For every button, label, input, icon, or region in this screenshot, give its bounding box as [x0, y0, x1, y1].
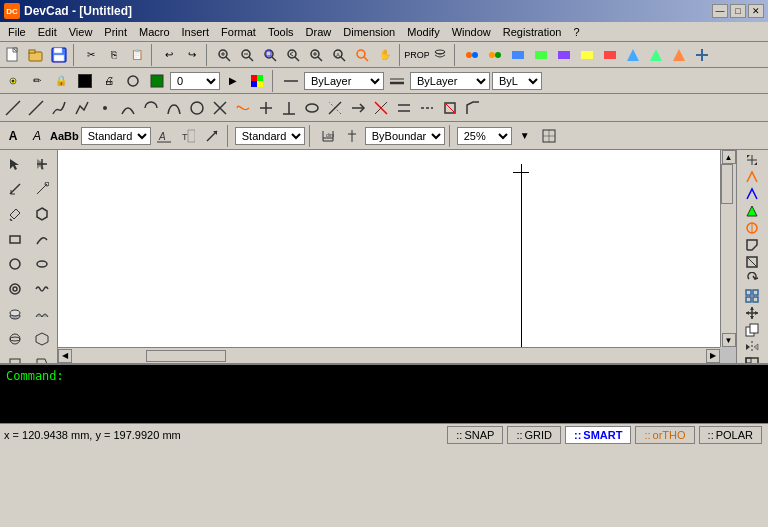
canvas-area[interactable]: ▲ ▼ ◀ ▶ — [58, 150, 736, 363]
menu-modify[interactable]: Modify — [401, 24, 445, 40]
redo-button[interactable]: ↪ — [181, 44, 203, 66]
arc-tool[interactable] — [117, 97, 139, 119]
zoom-out-button[interactable] — [236, 44, 258, 66]
current-color-btn[interactable] — [146, 70, 168, 92]
menu-macro[interactable]: Macro — [133, 24, 176, 40]
linetype-icon[interactable] — [280, 70, 302, 92]
line-tool[interactable] — [2, 97, 24, 119]
menu-tools[interactable]: Tools — [262, 24, 300, 40]
view-btn[interactable] — [538, 125, 560, 147]
rt-scale-btn[interactable] — [739, 356, 765, 363]
hexagon-tool[interactable] — [29, 202, 55, 226]
eyedrop-tool[interactable] — [2, 202, 28, 226]
cut-button[interactable]: ✂ — [80, 44, 102, 66]
text-style-select[interactable]: Standard — [81, 127, 151, 145]
rt-copy-btn[interactable] — [739, 322, 765, 338]
angle-tool[interactable] — [2, 177, 28, 201]
tb-btn-extra2[interactable] — [484, 44, 506, 66]
cut-line-tool[interactable] — [370, 97, 392, 119]
color-square-btn[interactable] — [246, 70, 268, 92]
pan-button[interactable]: ✋ — [374, 44, 396, 66]
zoom-extent-button[interactable] — [351, 44, 373, 66]
block-tool[interactable] — [29, 327, 55, 351]
dash-line-tool[interactable] — [416, 97, 438, 119]
ellipse2-tool[interactable] — [29, 252, 55, 276]
rt-btn-4[interactable] — [739, 203, 765, 219]
scroll-down-button[interactable]: ▼ — [722, 333, 736, 347]
scroll-up-button[interactable]: ▲ — [722, 150, 736, 164]
select-cross[interactable] — [29, 152, 55, 176]
vertical-scrollbar[interactable]: ▲ ▼ — [720, 150, 736, 347]
rt-btn-3[interactable] — [739, 186, 765, 202]
tb-btn-extra6[interactable] — [576, 44, 598, 66]
layer-visible-icon[interactable] — [2, 70, 24, 92]
menu-view[interactable]: View — [63, 24, 99, 40]
chamfer-tool[interactable] — [462, 97, 484, 119]
ortho-toggle[interactable]: :: orTHO — [635, 426, 694, 444]
menu-edit[interactable]: Edit — [32, 24, 63, 40]
tb-btn-extra10[interactable] — [668, 44, 690, 66]
menu-registration[interactable]: Registration — [497, 24, 568, 40]
text-tool[interactable]: A — [153, 125, 175, 147]
endpoint-tool[interactable] — [29, 177, 55, 201]
v-scroll-track[interactable] — [721, 164, 736, 333]
menu-format[interactable]: Format — [215, 24, 262, 40]
wave2-tool[interactable] — [29, 302, 55, 326]
layer-button[interactable] — [429, 44, 451, 66]
freehand-tool[interactable] — [48, 97, 70, 119]
menu-dimension[interactable]: Dimension — [337, 24, 401, 40]
lineweight2-select[interactable]: ByL — [492, 72, 542, 90]
donut-tool[interactable] — [2, 277, 28, 301]
rt-btn-7[interactable] — [739, 254, 765, 270]
text2-tool[interactable]: T — [177, 125, 199, 147]
tb-btn-extra9[interactable] — [645, 44, 667, 66]
tb-btn-extra7[interactable] — [599, 44, 621, 66]
perp-tool[interactable] — [278, 97, 300, 119]
trim-tool[interactable] — [255, 97, 277, 119]
snap-toggle[interactable]: :: SNAP — [447, 426, 503, 444]
close-button[interactable]: ✕ — [748, 4, 764, 18]
menu-window[interactable]: Window — [446, 24, 497, 40]
tb-btn-extra11[interactable] — [691, 44, 713, 66]
layer-color-icon[interactable] — [74, 70, 96, 92]
zoom-prev-button[interactable] — [282, 44, 304, 66]
lineweight-select[interactable]: ByLayer — [410, 72, 490, 90]
wave-tool[interactable] — [29, 277, 55, 301]
xmark-tool[interactable] — [209, 97, 231, 119]
layer-print-icon[interactable]: 🖨 — [98, 70, 120, 92]
polar-toggle[interactable]: :: POLAR — [699, 426, 762, 444]
open-button[interactable] — [25, 44, 47, 66]
ellipse-tool[interactable] — [301, 97, 323, 119]
dim-style-select[interactable]: Standard — [235, 127, 305, 145]
parallel-tool[interactable] — [393, 97, 415, 119]
horizontal-scrollbar[interactable]: ◀ ▶ — [58, 347, 720, 363]
v-scroll-thumb[interactable] — [721, 164, 733, 204]
arc2-tool[interactable] — [140, 97, 162, 119]
command-area[interactable]: Command: — [0, 363, 768, 423]
text-italic[interactable]: A — [26, 125, 48, 147]
h-scroll-thumb[interactable] — [146, 350, 226, 362]
tag-tool[interactable] — [29, 352, 55, 363]
linetype-select[interactable]: ByLayer — [304, 72, 384, 90]
maximize-button[interactable]: □ — [730, 4, 746, 18]
lineweight-icon[interactable] — [386, 70, 408, 92]
hatch-tool[interactable] — [2, 327, 28, 351]
zoom-pct-arrow[interactable]: ▼ — [514, 125, 536, 147]
arrow-draw[interactable] — [201, 125, 223, 147]
spline-tool[interactable] — [232, 97, 254, 119]
menu-file[interactable]: File — [2, 24, 32, 40]
boundary-select[interactable]: ByBoundary — [365, 127, 445, 145]
bezier-tool[interactable] — [163, 97, 185, 119]
grid-toggle[interactable]: :: GRID — [507, 426, 561, 444]
scroll-left-button[interactable]: ◀ — [58, 349, 72, 363]
tb-btn-extra1[interactable] — [461, 44, 483, 66]
drawing-canvas[interactable] — [58, 150, 720, 347]
dim-tool1[interactable]: dim — [317, 125, 339, 147]
paste-button[interactable]: 📋 — [126, 44, 148, 66]
menu-print[interactable]: Print — [98, 24, 133, 40]
layer-select[interactable]: 0 — [170, 72, 220, 90]
new-button[interactable] — [2, 44, 24, 66]
extend-tool[interactable] — [347, 97, 369, 119]
menu-draw[interactable]: Draw — [300, 24, 338, 40]
layer-pencil-icon[interactable]: ✏ — [26, 70, 48, 92]
